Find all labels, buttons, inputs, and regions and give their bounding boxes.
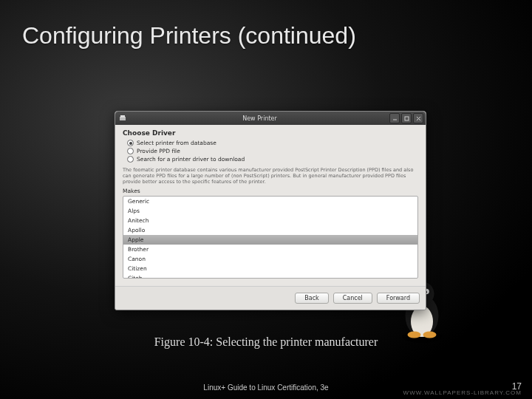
list-item[interactable]: Brother bbox=[123, 245, 417, 254]
radio-icon bbox=[127, 140, 134, 146]
makes-label: Makes bbox=[123, 188, 418, 194]
radio-icon bbox=[127, 156, 134, 163]
radio-label: Select printer from database bbox=[137, 140, 216, 146]
choose-driver-heading: Choose Driver bbox=[123, 129, 418, 137]
list-item[interactable]: Anitech bbox=[123, 216, 417, 225]
slide-title: Configuring Printers (continued) bbox=[22, 22, 356, 50]
radio-search-driver[interactable]: Search for a printer driver to download bbox=[127, 156, 418, 163]
maximize-button[interactable] bbox=[401, 113, 412, 123]
list-item[interactable]: Generic bbox=[123, 197, 417, 206]
minimize-button[interactable] bbox=[389, 113, 400, 123]
forward-button[interactable]: Forward bbox=[377, 293, 420, 304]
svg-rect-11 bbox=[120, 115, 125, 117]
svg-rect-13 bbox=[405, 117, 409, 120]
list-item[interactable]: Apple bbox=[123, 235, 417, 245]
watermark-text: WWW.WALLPAPERS-LIBRARY.COM bbox=[403, 389, 522, 396]
radio-provide-ppd[interactable]: Provide PPD file bbox=[127, 148, 418, 154]
radio-select-from-database[interactable]: Select printer from database bbox=[127, 140, 418, 146]
back-button[interactable]: Back bbox=[295, 293, 328, 304]
list-item[interactable]: Apollo bbox=[123, 225, 417, 235]
figure-caption: Figure 10-4: Selecting the printer manuf… bbox=[0, 335, 532, 349]
list-item[interactable]: Citizen bbox=[123, 264, 417, 273]
dialog-button-row: Back Cancel Forward bbox=[115, 286, 426, 310]
window-app-icon bbox=[118, 114, 127, 123]
window-buttons bbox=[389, 113, 423, 123]
list-item[interactable]: Canon bbox=[123, 254, 417, 264]
list-item[interactable]: Citoh bbox=[123, 273, 417, 279]
driver-description-text: The foomatic printer database contains v… bbox=[123, 167, 418, 185]
cancel-button[interactable]: Cancel bbox=[333, 293, 372, 304]
window-titlebar[interactable]: New Printer bbox=[115, 112, 426, 125]
list-item[interactable]: Alps bbox=[123, 206, 417, 216]
radio-icon bbox=[127, 148, 134, 154]
radio-label: Search for a printer driver to download bbox=[137, 156, 245, 163]
close-button[interactable] bbox=[413, 113, 423, 123]
dialog-content: Choose Driver Select printer from databa… bbox=[115, 125, 426, 286]
new-printer-dialog: New Printer Choose Driver Select printer… bbox=[115, 111, 426, 310]
radio-label: Provide PPD file bbox=[137, 148, 180, 154]
makes-listbox[interactable]: GenericAlpsAnitechApolloAppleBrotherCano… bbox=[123, 196, 418, 279]
window-title-text: New Printer bbox=[130, 115, 389, 122]
